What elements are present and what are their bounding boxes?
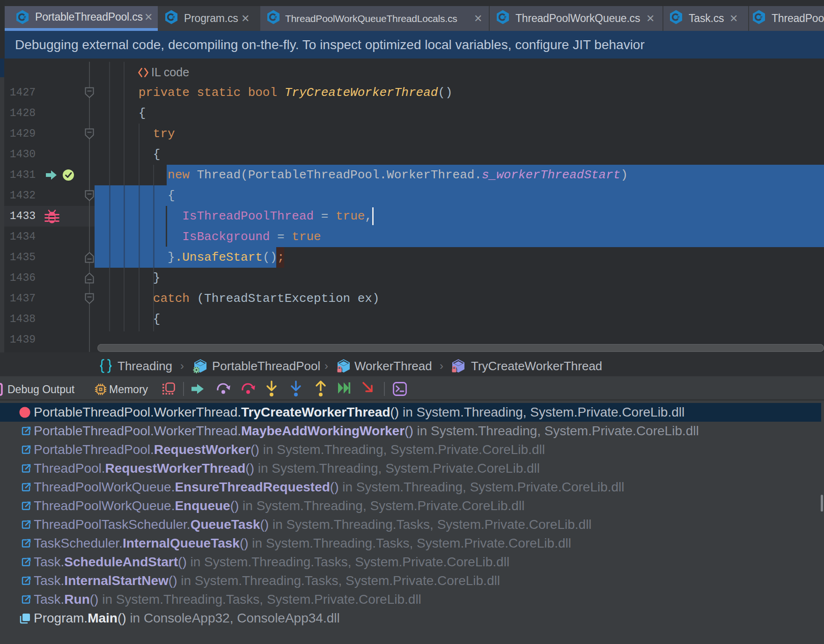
svg-text:#: # (504, 15, 507, 20)
svg-text:#: # (173, 15, 176, 20)
svg-text:#: # (677, 15, 680, 20)
svg-text:#: # (24, 15, 27, 20)
svg-text:#: # (275, 15, 278, 20)
svg-text:#: # (760, 15, 763, 20)
